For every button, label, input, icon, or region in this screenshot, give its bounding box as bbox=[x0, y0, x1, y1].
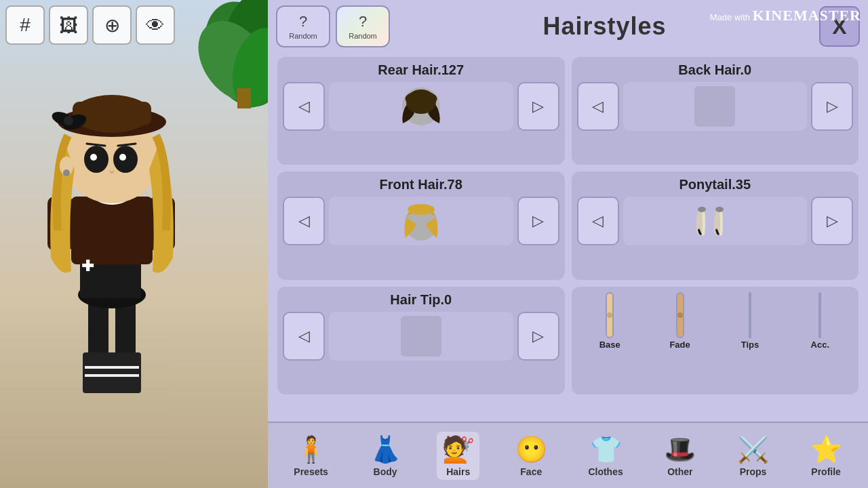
hashtag-icon: # bbox=[20, 14, 31, 36]
zoom-button[interactable]: ⊕ bbox=[92, 5, 132, 45]
nav-face[interactable]: 😶 Face bbox=[510, 432, 553, 480]
acc-swatch[interactable] bbox=[818, 292, 821, 338]
ponytail-selector: ◁ bbox=[577, 197, 854, 245]
clothes-label: Clothes bbox=[588, 466, 623, 477]
presets-icon: 🧍 bbox=[295, 434, 327, 464]
hashtag-button[interactable]: # bbox=[5, 5, 45, 45]
ponytail-title: Ponytail.35 bbox=[577, 177, 854, 192]
swatch-grid: Base Fade Tips bbox=[577, 292, 854, 350]
ponytail-card: Ponytail.35 ◁ bbox=[572, 171, 859, 279]
hair-tip-next[interactable]: ▷ bbox=[517, 312, 559, 361]
back-hair-prev[interactable]: ◁ bbox=[577, 82, 619, 131]
tip-left-arrow-icon: ◁ bbox=[298, 327, 310, 345]
rear-hair-selector: ◁ ▷ bbox=[283, 82, 559, 131]
tips-label: Tips bbox=[741, 340, 760, 350]
front-hair-selector: ◁ ▷ bbox=[283, 197, 559, 245]
front-hair-card: Front Hair.78 ◁ ▷ bbox=[277, 171, 565, 279]
other-label: Other bbox=[667, 466, 692, 477]
front-hair-prev[interactable]: ◁ bbox=[283, 197, 325, 245]
back-left-arrow-icon: ◁ bbox=[592, 98, 604, 115]
svg-rect-12 bbox=[112, 374, 139, 377]
nav-body[interactable]: 👗 Body bbox=[364, 432, 407, 480]
ponytail-next[interactable]: ▷ bbox=[811, 197, 853, 245]
svg-rect-8 bbox=[110, 352, 141, 393]
profile-label: Profile bbox=[811, 466, 841, 477]
panel-content: Rear Hair.127 ◁ bbox=[268, 53, 868, 399]
hair-tip-prev[interactable]: ◁ bbox=[283, 312, 325, 361]
back-hair-preview bbox=[623, 82, 808, 131]
hair-tip-title: Hair Tip.0 bbox=[283, 292, 559, 308]
tips-swatch-container: Tips bbox=[717, 292, 783, 350]
svg-rect-11 bbox=[85, 374, 112, 377]
acc-swatch-container: Acc. bbox=[787, 292, 853, 350]
image-icon: 🖼 bbox=[59, 14, 78, 37]
ponytail-right-icon: ▷ bbox=[827, 212, 838, 230]
front-hair-svg bbox=[397, 197, 445, 245]
close-button[interactable]: X bbox=[819, 6, 860, 47]
rear-hair-svg bbox=[397, 83, 445, 130]
fade-swatch[interactable] bbox=[676, 292, 684, 338]
hair-tip-selector: ◁ ▷ bbox=[283, 312, 559, 361]
base-label: Base bbox=[599, 340, 620, 350]
nav-profile[interactable]: ⭐ Profile bbox=[805, 432, 848, 480]
rear-hair-title: Rear Hair.127 bbox=[283, 62, 559, 78]
tip-right-arrow-icon: ▷ bbox=[532, 327, 544, 345]
panel-header: ? Random ? Random Hairstyles X bbox=[268, 0, 868, 53]
svg-rect-10 bbox=[112, 366, 139, 369]
panel-title: Hairstyles bbox=[395, 12, 814, 41]
ponytail-left-icon: ◁ bbox=[592, 212, 604, 230]
base-swatch[interactable] bbox=[606, 292, 614, 338]
profile-icon: ⭐ bbox=[810, 434, 842, 464]
nav-props[interactable]: ⚔️ Props bbox=[732, 432, 774, 480]
image-button[interactable]: 🖼 bbox=[49, 5, 88, 45]
cross-icon: ✚ bbox=[81, 258, 94, 275]
color-swatches-card: Base Fade Tips bbox=[572, 287, 859, 394]
svg-point-40 bbox=[408, 204, 435, 215]
zoom-icon: ⊕ bbox=[104, 14, 120, 37]
toolbar: # 🖼 ⊕ 👁 bbox=[5, 5, 175, 45]
rear-hair-prev[interactable]: ◁ bbox=[283, 82, 325, 131]
front-hair-next[interactable]: ▷ bbox=[517, 197, 559, 245]
random-label-2: Random bbox=[349, 32, 377, 40]
hair-tip-empty bbox=[401, 316, 441, 357]
svg-rect-9 bbox=[85, 366, 112, 369]
random-button-1[interactable]: ? Random bbox=[276, 5, 330, 47]
svg-point-31 bbox=[90, 154, 97, 161]
random-button-2[interactable]: ? Random bbox=[336, 5, 390, 47]
presets-label: Presets bbox=[294, 466, 328, 477]
rear-hair-next[interactable]: ▷ bbox=[517, 82, 559, 131]
left-arrow-icon: ◁ bbox=[298, 98, 310, 115]
ponytail-prev[interactable]: ◁ bbox=[577, 197, 619, 245]
ui-panel: ? Random ? Random Hairstyles X Rear Hair… bbox=[268, 0, 868, 488]
rear-hair-card: Rear Hair.127 ◁ bbox=[277, 57, 565, 165]
eye-button[interactable]: 👁 bbox=[136, 5, 175, 45]
base-swatch-container: Base bbox=[577, 292, 643, 350]
body-icon: 👗 bbox=[370, 434, 401, 464]
ponytail-svg bbox=[691, 197, 738, 245]
tips-swatch[interactable] bbox=[749, 292, 751, 338]
hairs-icon: 💇 bbox=[442, 434, 474, 464]
character-display bbox=[7, 41, 224, 434]
front-hair-title: Front Hair.78 bbox=[283, 177, 559, 192]
nav-hairs[interactable]: 💇 Hairs bbox=[437, 432, 479, 480]
acc-label: Acc. bbox=[811, 340, 829, 350]
nav-clothes[interactable]: 👕 Clothes bbox=[583, 432, 628, 480]
back-hair-selector: ◁ ▷ bbox=[577, 82, 854, 131]
nav-other[interactable]: 🎩 Other bbox=[658, 432, 701, 480]
svg-point-28 bbox=[64, 116, 73, 125]
back-hair-card: Back Hair.0 ◁ ▷ bbox=[572, 57, 859, 165]
back-hair-next[interactable]: ▷ bbox=[811, 82, 853, 131]
svg-rect-4 bbox=[237, 88, 251, 108]
hairs-label: Hairs bbox=[446, 466, 470, 477]
svg-point-42 bbox=[715, 207, 724, 212]
body-label: Body bbox=[374, 466, 397, 477]
eye-icon: 👁 bbox=[146, 14, 165, 37]
bottom-navigation: 🧍 Presets 👗 Body 💇 Hairs 😶 Face 👕 Clothe… bbox=[268, 422, 868, 488]
nav-presets[interactable]: 🧍 Presets bbox=[288, 432, 334, 480]
back-hair-title: Back Hair.0 bbox=[577, 62, 854, 78]
front-hair-preview bbox=[329, 197, 513, 245]
close-icon: X bbox=[832, 14, 846, 39]
back-right-arrow-icon: ▷ bbox=[827, 98, 838, 115]
svg-point-36 bbox=[63, 169, 70, 176]
svg-point-41 bbox=[698, 207, 706, 212]
